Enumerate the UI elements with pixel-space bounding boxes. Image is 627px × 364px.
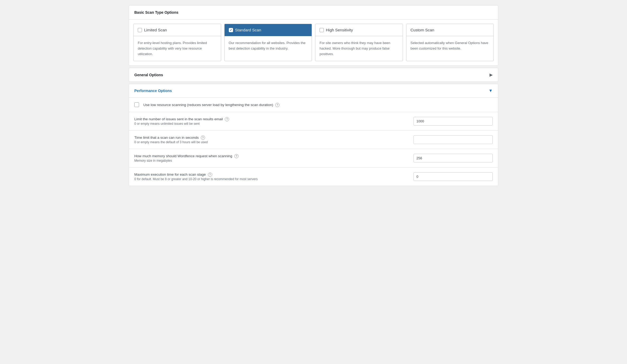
scan-type-high-sensitivity[interactable]: High Sensitivity For site owners who thi… [315,24,403,61]
general-options-section: General Options ▶ [129,68,498,82]
standard-scan-description: Our recommendation for all websites. Pro… [225,36,312,56]
performance-options-body: Use low resource scanning (reduces serve… [129,97,498,186]
high-sensitivity-description: For site owners who think they may have … [315,36,403,61]
time-limit-input[interactable] [414,135,493,144]
perf-row-time-limit: Time limit that a scan can run in second… [129,131,498,149]
custom-scan-label: Custom Scan [411,28,434,32]
scan-types-grid: Limited Scan For entry-level hosting pla… [129,20,498,65]
general-options-header[interactable]: General Options ▶ [129,68,498,82]
scan-type-high-sensitivity-header[interactable]: High Sensitivity [315,24,403,36]
performance-options-header[interactable]: Performance Options ▼ [129,84,498,97]
limited-scan-label: Limited Scan [144,28,167,32]
standard-scan-label: Standard Scan [235,28,261,32]
standard-scan-checkbox[interactable] [229,28,233,32]
limit-issues-input[interactable] [414,117,493,126]
scan-type-limited[interactable]: Limited Scan For entry-level hosting pla… [133,24,221,61]
memory-help-icon[interactable]: ? [234,154,239,158]
low-resource-help-icon[interactable]: ? [275,103,279,107]
time-limit-sublabel: 0 or empty means the default of 3 hours … [134,140,409,144]
scan-type-custom[interactable]: Custom Scan Selected automatically when … [406,24,494,61]
low-resource-checkbox[interactable] [134,102,139,107]
performance-options-section: Performance Options ▼ Use low resource s… [129,84,498,186]
high-sensitivity-checkbox[interactable] [320,28,324,32]
basic-scan-section: Basic Scan Type Options Limited Scan For… [129,5,498,66]
general-options-title: General Options [134,73,163,77]
general-options-chevron: ▶ [490,72,493,77]
limited-scan-description: For entry-level hosting plans. Provides … [134,36,221,61]
high-sensitivity-label: High Sensitivity [326,28,353,32]
scan-type-limited-header[interactable]: Limited Scan [134,24,221,36]
scan-type-custom-header[interactable]: Custom Scan [406,24,494,36]
memory-sublabel: Memory size in megabytes [134,159,409,162]
performance-options-title: Performance Options [134,89,172,93]
basic-scan-title: Basic Scan Type Options [129,6,498,20]
max-execution-label: Maximum execution time for each scan sta… [134,173,409,177]
memory-input[interactable] [414,154,493,162]
time-limit-label: Time limit that a scan can run in second… [134,136,409,140]
limit-issues-help-icon[interactable]: ? [225,117,229,121]
max-execution-input[interactable] [414,172,493,181]
max-execution-help-icon[interactable]: ? [208,173,212,177]
scan-type-standard-header[interactable]: Standard Scan [225,24,312,36]
memory-label: How much memory should Wordfence request… [134,154,409,159]
limited-scan-checkbox[interactable] [138,28,142,32]
perf-row-low-resource: Use low resource scanning (reduces serve… [129,98,498,112]
max-execution-sublabel: 0 for default. Must be 8 or greater and … [134,177,409,181]
limit-issues-sublabel: 0 or empty means unlimited issues will b… [134,122,409,126]
low-resource-label: Use low resource scanning (reduces serve… [143,103,279,107]
perf-row-limit-issues: Limit the number of issues sent in the s… [129,112,498,131]
perf-row-max-execution: Maximum execution time for each scan sta… [129,167,498,186]
custom-scan-description: Selected automatically when General Opti… [406,36,494,56]
perf-row-memory: How much memory should Wordfence request… [129,149,498,167]
time-limit-help-icon[interactable]: ? [201,136,205,140]
scan-type-standard[interactable]: Standard Scan Our recommendation for all… [224,24,312,61]
performance-options-chevron: ▼ [488,88,493,93]
limit-issues-label: Limit the number of issues sent in the s… [134,117,409,122]
